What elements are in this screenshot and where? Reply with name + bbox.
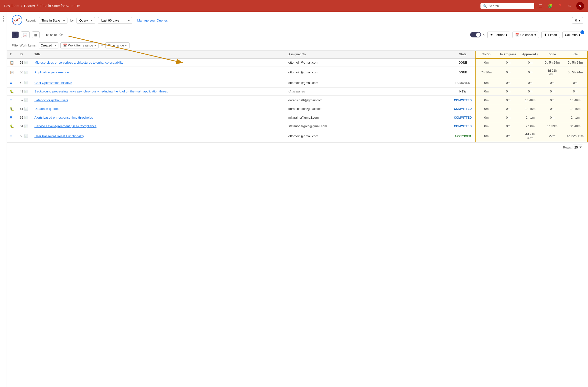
filter-bar: Filter Work Items: Created 📅 Work Items … — [7, 40, 588, 51]
cell-title: Service Level Agreement (SLA) Compliance — [32, 122, 285, 130]
date-range-select[interactable]: Last 90 days — [98, 17, 132, 24]
col-header-id: ID — [17, 51, 32, 58]
cell-approved: 2h 1m — [519, 113, 541, 122]
format-button[interactable]: 👁 Format ▾ — [487, 32, 510, 38]
chart-icon[interactable]: 📊 — [24, 107, 28, 111]
export-button[interactable]: ⬆ Export — [541, 32, 560, 38]
breadcrumb-devteam[interactable]: Dev Team — [4, 4, 19, 8]
grid-view-button[interactable]: ⊞ — [12, 32, 19, 38]
search-input[interactable] — [489, 4, 528, 8]
work-item-title-link[interactable]: Database queries — [34, 107, 59, 111]
cell-title: Latency for global users — [32, 95, 285, 105]
work-item-title-link[interactable]: Cost Optimization Initiative — [34, 81, 72, 85]
cell-done: 5d 5h 24m — [541, 58, 563, 67]
extensions-icon[interactable]: 🧩 — [547, 2, 554, 9]
toggle-knob — [476, 33, 481, 37]
help-icon[interactable]: ❓ — [557, 2, 564, 9]
cell-state: NEW — [451, 87, 475, 95]
cell-total: 4d 22h 11m — [563, 130, 588, 142]
cell-type: 🐛 — [7, 87, 17, 95]
toggle-switch[interactable] — [470, 32, 481, 37]
work-items-range-button[interactable]: 📅 Work Items range ▾ — [60, 42, 99, 48]
work-item-title-link[interactable]: Microservices or serverless architecture… — [34, 61, 123, 64]
cell-title: Database queries — [32, 105, 285, 113]
col-header-inprogress: In Progress — [497, 51, 519, 58]
chart-icon[interactable]: 📊 — [24, 125, 28, 128]
chart-icon[interactable]: 📊 — [24, 134, 28, 138]
cell-title: Application performance — [32, 67, 285, 78]
rows-per-page-select[interactable]: 25 — [573, 145, 583, 150]
table-view-button[interactable]: ▦ — [32, 31, 40, 38]
cell-done: 22m — [541, 130, 563, 142]
cell-assigned: doranichetti@gmail.com — [285, 105, 451, 113]
record-count: 1–18 of 18 — [42, 33, 57, 37]
work-item-title-link[interactable]: Alerts based on response time thresholds — [34, 116, 93, 119]
toggle-x-button[interactable]: ✕ — [483, 33, 485, 36]
work-item-title-link[interactable]: Service Level Agreement (SLA) Compliance — [34, 124, 97, 128]
cell-inprogress: 0m — [497, 113, 519, 122]
columns-button[interactable]: Columns ▾ 3 — [562, 32, 583, 38]
chart-icon[interactable]: 📊 — [24, 116, 28, 119]
report-settings-button[interactable]: ⚙ ▾ — [572, 17, 583, 24]
work-item-title-link[interactable]: Application performance — [34, 70, 69, 74]
work-item-title-link[interactable]: Background processing tasks asynchronous… — [34, 90, 168, 93]
refresh-button[interactable]: ⟳ — [59, 33, 63, 37]
avatar[interactable]: V — [576, 2, 584, 10]
sidebar-indicator — [3, 18, 4, 19]
col-header-title: Title — [32, 51, 285, 58]
main-content: Report: Time in State by Query Last 90 d… — [7, 12, 588, 387]
cell-type: ≡ — [7, 130, 17, 142]
calendar-button[interactable]: 📅 Calendar ▾ — [512, 32, 539, 38]
cell-assigned: ottomoin@gmail.com — [285, 58, 451, 67]
search-box[interactable]: 🔍 — [481, 3, 534, 9]
state-badge: COMMITTED — [454, 116, 472, 119]
format-label: Format — [494, 33, 504, 37]
cell-assigned: stefanobergold@gmail.com — [285, 122, 451, 130]
cell-inprogress: 0m — [497, 87, 519, 95]
id-number: 49 — [20, 81, 23, 85]
rows-label: Rows: — [563, 146, 572, 149]
toolbar: ⊞ 📈 ▦ 1–18 of 18 ⟳ ✕ 👁 Format ▾ 📅 — [7, 29, 588, 40]
clear-filter-button[interactable]: ✕ — [101, 44, 103, 47]
cell-assigned: ottomoin@gmail.com — [285, 78, 451, 87]
cell-total: 5d 5h 24m — [563, 58, 588, 67]
cell-done: 0m — [541, 87, 563, 95]
chevron-down-icon: ▾ — [534, 33, 536, 37]
table-row: 🐛 48 📊 Background processing tasks async… — [7, 87, 588, 95]
work-items-range-label: Work Items range — [68, 44, 93, 47]
chart-view-button[interactable]: 📈 — [21, 31, 30, 38]
calendar-label: Calendar — [520, 33, 533, 37]
cell-total: 0m — [563, 87, 588, 95]
cell-approved: 2h 8m — [519, 122, 541, 130]
cell-todo: 0m — [475, 130, 497, 142]
cell-todo: 0m — [475, 95, 497, 105]
state-badge: NEW — [460, 90, 466, 93]
manage-queries-link[interactable]: Manage your Queries — [137, 19, 168, 22]
chart-icon[interactable]: 📊 — [24, 81, 28, 84]
time-range-button[interactable]: Time range ▾ — [105, 42, 129, 48]
list-icon[interactable]: ☰ — [537, 2, 544, 9]
filter-work-items-label: Filter Work Items: — [12, 44, 37, 47]
report-type-select[interactable]: Time in State — [39, 17, 67, 24]
cell-title: Alerts based on response time thresholds — [32, 113, 285, 122]
cell-total: 3h 48m — [563, 122, 588, 130]
cell-approved: 0m — [519, 67, 541, 78]
query-type-select[interactable]: Query — [77, 17, 95, 24]
sidebar — [0, 12, 7, 387]
work-item-title-link[interactable]: User Password Reset Functionality — [34, 134, 84, 138]
breadcrumb-boards[interactable]: Boards — [24, 4, 35, 8]
id-number: 48 — [20, 90, 23, 93]
work-item-title-link[interactable]: Latency for global users — [34, 98, 68, 102]
settings-icon[interactable]: ⚙ — [567, 2, 573, 9]
cell-todo: 0m — [475, 105, 497, 113]
chart-icon[interactable]: 📊 — [24, 90, 28, 93]
created-filter-select[interactable]: Created — [39, 42, 58, 48]
chart-icon[interactable]: 📊 — [24, 98, 28, 102]
col-header-approved: Approved ↑ — [519, 51, 541, 58]
state-badge: DONE — [459, 61, 467, 64]
report-header: Report: Time in State by Query Last 90 d… — [7, 12, 588, 29]
id-number: 65 — [20, 134, 23, 138]
chart-icon[interactable]: 📊 — [24, 61, 28, 64]
columns-label: Columns — [565, 33, 577, 37]
chart-icon[interactable]: 📊 — [24, 71, 28, 74]
